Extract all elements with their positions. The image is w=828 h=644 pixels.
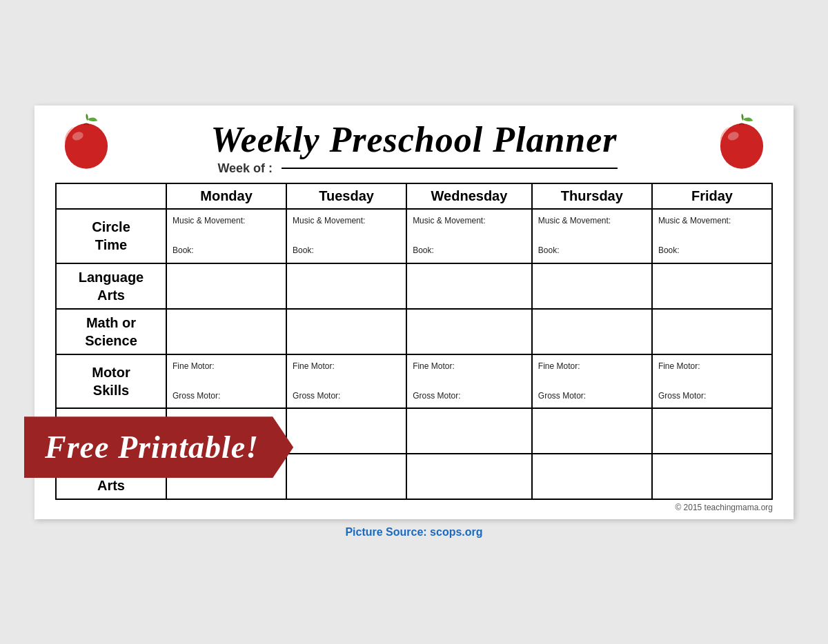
cell-circle-wed: Music & Movement:Book: — [406, 209, 532, 263]
cell-sensory-wed — [406, 408, 532, 454]
svg-point-0 — [65, 123, 108, 168]
cell-math-tue — [286, 309, 406, 354]
svg-point-2 — [720, 123, 763, 168]
cell-lang-fri — [652, 263, 772, 309]
header-empty — [56, 183, 166, 209]
cell-circle-thu: Music & Movement:Book: — [532, 209, 652, 263]
week-of-line: Week of : — [210, 161, 617, 176]
cell-sensory-fri — [652, 408, 772, 454]
cell-math-wed — [406, 309, 532, 354]
cell-sensory-thu — [532, 408, 652, 454]
cell-creative-tue — [286, 454, 406, 499]
cell-lang-wed — [406, 263, 532, 309]
cell-lang-mon — [166, 263, 286, 309]
cell-math-fri — [652, 309, 772, 354]
header-tuesday: Tuesday — [286, 183, 406, 209]
cell-motor-wed: Fine Motor:Gross Motor: — [406, 354, 532, 409]
table-row: MotorSkills Fine Motor:Gross Motor: Fine… — [56, 354, 772, 409]
row-label-motor-skills: MotorSkills — [56, 354, 166, 409]
apple-right — [711, 112, 773, 177]
cell-circle-tue: Music & Movement:Book: — [286, 209, 406, 263]
free-printable-banner: Free Printable! — [24, 416, 293, 478]
header-monday: Monday — [166, 183, 286, 209]
row-label-circle-time: CircleTime — [56, 209, 166, 263]
week-line — [282, 168, 618, 169]
banner-wrapper: Free Printable! — [24, 416, 293, 478]
table-row: Math orScience — [56, 309, 772, 354]
cell-creative-thu — [532, 454, 652, 499]
header-friday: Friday — [652, 183, 772, 209]
table-row: LanguageArts — [56, 263, 772, 309]
cell-lang-tue — [286, 263, 406, 309]
apple-left — [55, 112, 117, 177]
cell-sensory-tue — [286, 408, 406, 454]
cell-motor-thu: Fine Motor:Gross Motor: — [532, 354, 652, 409]
page-wrapper: Weekly Preschool Planner Week of : Monda… — [34, 105, 793, 520]
cell-creative-wed — [406, 454, 532, 499]
cell-motor-tue: Fine Motor:Gross Motor: — [286, 354, 406, 409]
header-thursday: Thursday — [532, 183, 652, 209]
header-wednesday: Wednesday — [406, 183, 532, 209]
source-link[interactable]: Picture Source: scops.org — [345, 526, 482, 539]
header: Weekly Preschool Planner Week of : — [55, 119, 773, 176]
main-title: Weekly Preschool Planner — [210, 119, 617, 160]
title-block: Weekly Preschool Planner Week of : — [210, 119, 617, 176]
cell-lang-thu — [532, 263, 652, 309]
cell-circle-mon: Music & Movement:Book: — [166, 209, 286, 263]
cell-math-mon — [166, 309, 286, 354]
copyright: © 2015 teachingmama.org — [55, 503, 773, 512]
cell-circle-fri: Music & Movement:Book: — [652, 209, 772, 263]
cell-motor-mon: Fine Motor:Gross Motor: — [166, 354, 286, 409]
cell-motor-fri: Fine Motor:Gross Motor: — [652, 354, 772, 409]
table-row: CircleTime Music & Movement:Book: Music … — [56, 209, 772, 263]
cell-creative-fri — [652, 454, 772, 499]
cell-math-thu — [532, 309, 652, 354]
row-label-language-arts: LanguageArts — [56, 263, 166, 309]
row-label-math-science: Math orScience — [56, 309, 166, 354]
